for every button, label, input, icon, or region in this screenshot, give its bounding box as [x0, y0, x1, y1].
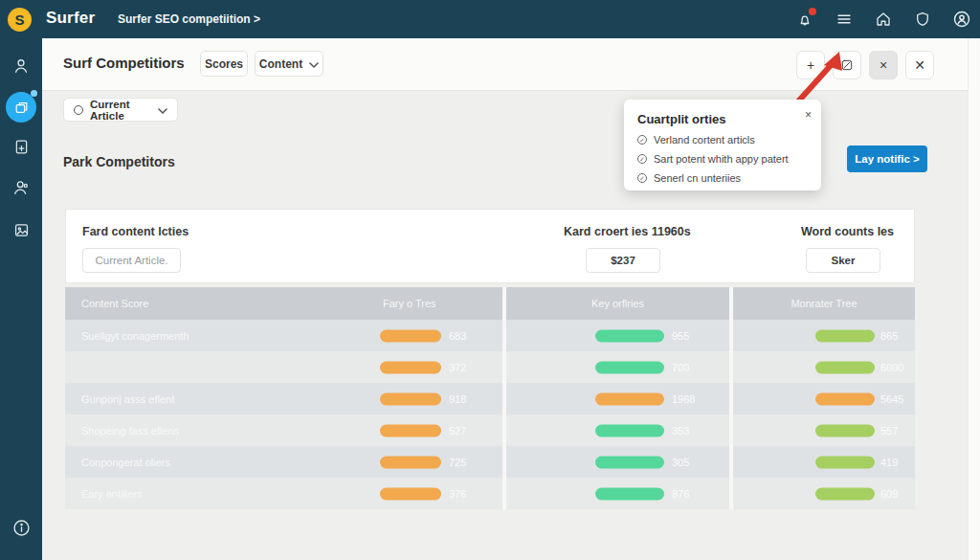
current-article-dropdown[interactable]: Current Article — [63, 98, 178, 122]
user-icon[interactable] — [11, 56, 32, 77]
table-row[interactable]: Conpongerat oliers 725 — [65, 446, 502, 478]
sidebar — [0, 38, 42, 560]
score-pill — [815, 487, 875, 500]
score-pill — [380, 424, 441, 437]
table-row[interactable]: 1968 — [506, 383, 729, 414]
score-value: 6000 — [880, 362, 903, 373]
file-icon[interactable] — [11, 136, 32, 157]
table-row[interactable]: 6000 — [733, 351, 915, 383]
card-column-label: Fard content lcties — [82, 225, 189, 238]
home-icon[interactable] — [873, 9, 894, 30]
column-header: Content Score — [81, 298, 148, 309]
surfer-logo-icon[interactable]: S — [8, 8, 32, 32]
table-header-row: Key orflries — [506, 287, 729, 320]
score-value: 865 — [880, 330, 898, 342]
tooltip-popup: Cuartplit orties × ✓ Verland cortent art… — [624, 100, 821, 190]
row-label: Suellgyt conagermenth — [81, 330, 189, 342]
current-article-label: Current Article — [90, 99, 151, 122]
table-row[interactable]: 609 — [733, 478, 915, 509]
info-icon[interactable] — [11, 517, 32, 538]
lay-notific-button[interactable]: Lay notific > — [847, 146, 927, 172]
table-row[interactable]: Shopeing fass eflens 527 — [65, 414, 502, 446]
table-row[interactable]: 353 — [506, 414, 729, 446]
app-window: S Surfer Surfer SEO competiition > — [0, 0, 980, 560]
row-label: Shopeing fass eflens — [81, 425, 179, 437]
price-input[interactable]: $237 — [586, 248, 660, 273]
score-value: 305 — [672, 457, 689, 468]
table-row[interactable]: 372 — [65, 351, 502, 383]
content-dropdown[interactable]: Content — [255, 51, 323, 77]
table-row[interactable]: Suellgyt conagermenth 683 — [65, 320, 502, 351]
table-row[interactable]: 5645 — [733, 383, 915, 414]
score-pill — [815, 424, 875, 437]
editor-badge — [31, 90, 37, 97]
score-pill — [380, 456, 441, 468]
image-icon[interactable] — [11, 219, 32, 240]
score-pill — [815, 361, 875, 373]
notifications-icon[interactable] — [794, 9, 815, 30]
score-value: 955 — [672, 330, 689, 342]
table-section-right: Monrater Tree 865 6000 5645 557 — [733, 287, 915, 509]
current-article-input[interactable]: Current Article. — [82, 248, 181, 273]
score-pill — [380, 392, 441, 405]
score-value: 918 — [449, 393, 466, 405]
score-pill — [815, 329, 875, 342]
word-count-input[interactable]: Sker — [806, 248, 880, 273]
page-header: Surf Competitiors Scores Content + × ✕ — [42, 38, 968, 91]
table-row[interactable]: 557 — [733, 414, 915, 446]
score-value: 683 — [449, 330, 466, 342]
header-toolbar: + × ✕ — [796, 51, 934, 79]
score-pill — [595, 329, 664, 342]
row-label: Eary antillers — [81, 488, 143, 500]
score-pill — [380, 361, 441, 373]
table-row[interactable]: 876 — [506, 478, 729, 509]
row-label: Gunponj asss eflent — [81, 393, 174, 405]
score-value: 557 — [880, 425, 898, 437]
score-value: 5645 — [880, 393, 903, 405]
score-pill — [595, 361, 664, 373]
table-row[interactable]: 305 — [506, 446, 729, 478]
scrollbar-track[interactable] — [968, 38, 980, 560]
table-row[interactable]: 419 — [733, 446, 915, 478]
shield-icon[interactable] — [912, 9, 933, 30]
close-button[interactable]: × — [869, 51, 898, 79]
account-icon[interactable] — [951, 9, 972, 30]
competitors-table: Content Score Fary o Tres Suellgyt conag… — [65, 287, 915, 509]
card-column-label: Kard croert ies 11960s — [564, 225, 691, 238]
table-row[interactable]: 865 — [733, 320, 915, 351]
score-value: 376 — [449, 488, 466, 500]
users-icon[interactable] — [11, 177, 32, 198]
table-row[interactable]: 955 — [506, 320, 729, 351]
section-heading: Park Competitors — [63, 154, 175, 169]
popup-close-icon[interactable]: × — [805, 108, 812, 122]
add-button[interactable]: + — [796, 51, 825, 79]
score-value: 609 — [880, 488, 898, 500]
dismiss-button[interactable]: ✕ — [905, 51, 934, 79]
page-title: Surf Competitiors — [63, 55, 185, 71]
popup-item-label: Sart potent whith appy patert — [654, 153, 789, 165]
table-header-row: Monrater Tree — [733, 287, 915, 320]
popup-item-label: Verland cortent articls — [654, 134, 755, 146]
sidebar-item-content-editor[interactable] — [6, 92, 36, 123]
scores-button[interactable]: Scores — [200, 51, 248, 77]
column-header: Monrater Tree — [791, 298, 857, 309]
score-pill — [595, 424, 664, 437]
score-value: 1968 — [672, 393, 695, 405]
chevron-down-icon — [309, 57, 319, 71]
table-row[interactable]: Gunponj asss eflent 918 — [65, 383, 502, 414]
menu-icon[interactable] — [834, 9, 855, 30]
score-pill — [380, 487, 441, 500]
score-value: 527 — [449, 425, 466, 437]
topbar-actions — [794, 0, 972, 38]
score-pill — [595, 487, 664, 500]
slashed-square-button[interactable] — [833, 51, 861, 79]
content-label: Content — [259, 57, 302, 71]
scores-label: Scores — [205, 57, 243, 71]
score-pill — [595, 392, 664, 405]
table-header-row: Content Score Fary o Tres — [65, 287, 502, 320]
row-label: Conpongerat oliers — [81, 457, 170, 468]
table-row[interactable]: 700 — [506, 351, 729, 383]
table-row[interactable]: Eary antillers 376 — [65, 478, 502, 509]
check-circle-icon: ✓ — [637, 173, 647, 183]
breadcrumb[interactable]: Surfer SEO competiition > — [118, 12, 260, 26]
